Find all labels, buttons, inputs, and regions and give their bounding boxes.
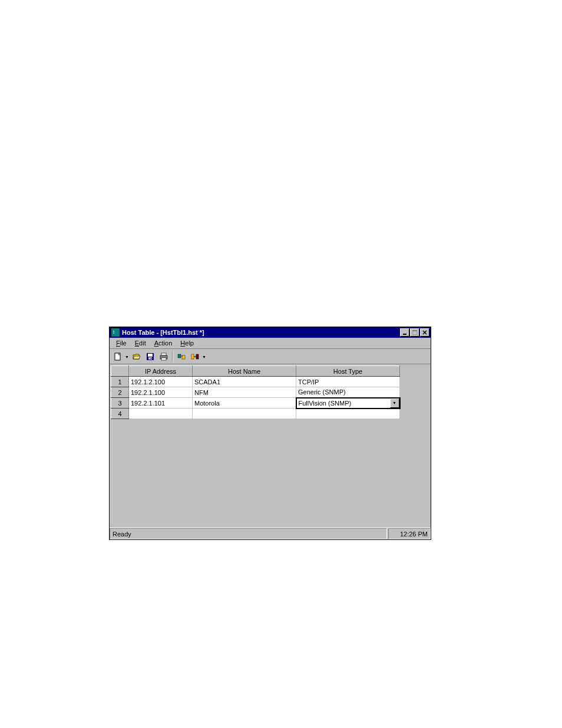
close-button[interactable]	[420, 328, 429, 337]
cell-hosttype[interactable]	[296, 409, 400, 419]
svg-rect-2	[113, 332, 114, 332]
print-icon	[159, 352, 168, 361]
menu-help[interactable]: Help	[176, 338, 198, 348]
close-icon	[422, 330, 427, 335]
svg-rect-13	[151, 358, 151, 359]
window-title: Host Table - [HstTbl1.hst *]	[122, 329, 399, 336]
row-header[interactable]: 4	[111, 409, 129, 419]
cell-hostname[interactable]: NFM	[193, 387, 296, 398]
maximize-icon	[412, 330, 417, 335]
connect-icon	[190, 352, 200, 361]
column-header-ip[interactable]: IP Address	[129, 366, 193, 377]
toolbar-print-button[interactable]	[157, 350, 170, 363]
cell-ip[interactable]	[129, 409, 193, 419]
status-text: Ready	[110, 528, 387, 539]
cell-ip[interactable]: 192.2.1.101	[129, 398, 193, 409]
toolbar-save-button[interactable]	[144, 350, 157, 363]
statusbar: Ready 12:26 PM	[110, 528, 431, 539]
svg-rect-19	[191, 354, 194, 359]
table-row[interactable]: 3 192.2.1.101 Motorola FullVision (SNMP)…	[111, 398, 400, 409]
minimize-icon	[402, 330, 407, 335]
minimize-button[interactable]	[400, 328, 409, 337]
svg-rect-11	[148, 354, 153, 357]
cell-hostname[interactable]: SCADA1	[193, 377, 296, 387]
cell-ip[interactable]: 192.1.2.100	[129, 377, 193, 387]
column-header-hosttype[interactable]: Host Type	[296, 366, 400, 377]
menubar: File Edit Action Help	[110, 338, 431, 349]
table-row[interactable]: 1 192.1.2.100 SCADA1 TCP/IP	[111, 377, 400, 387]
svg-rect-12	[148, 357, 152, 360]
cell-hostname[interactable]: Motorola	[193, 398, 296, 409]
table-row[interactable]: 4	[111, 409, 400, 419]
row-header[interactable]: 3	[111, 398, 129, 409]
table-row[interactable]: 2 192.2.1.100 NFM Generic (SNMP)	[111, 387, 400, 398]
app-icon	[111, 328, 120, 337]
dropdown-value: FullVision (SNMP)	[297, 400, 390, 407]
svg-rect-14	[161, 353, 166, 355]
dropdown-arrow-icon[interactable]: ▼	[125, 354, 130, 359]
transfer-icon	[177, 352, 186, 361]
titlebar[interactable]: Host Table - [HstTbl1.hst *]	[110, 327, 431, 338]
cell-hostname[interactable]	[193, 409, 296, 419]
menu-action[interactable]: Action	[150, 338, 177, 348]
svg-rect-16	[161, 358, 166, 360]
grid-area: IP Address Host Name Host Type 1 192.1.2…	[110, 364, 431, 528]
svg-rect-1	[113, 331, 114, 331]
svg-rect-3	[113, 333, 114, 334]
toolbar-separator	[172, 351, 173, 363]
svg-rect-6	[412, 330, 417, 331]
new-file-icon	[113, 352, 123, 361]
row-header[interactable]: 2	[111, 387, 129, 398]
column-header-hostname[interactable]: Host Name	[193, 366, 296, 377]
svg-rect-4	[403, 334, 406, 335]
cell-ip[interactable]: 192.2.1.100	[129, 387, 193, 398]
save-disk-icon	[146, 352, 155, 361]
cell-hosttype-dropdown[interactable]: FullVision (SNMP) ▼	[296, 398, 400, 409]
host-table-grid[interactable]: IP Address Host Name Host Type 1 192.1.2…	[111, 365, 401, 419]
dropdown-button[interactable]: ▼	[390, 398, 399, 408]
toolbar: ▼ ▼	[110, 349, 431, 364]
toolbar-connect-button[interactable]	[189, 350, 201, 363]
menu-file[interactable]: File	[112, 338, 131, 348]
toolbar-transfer-button[interactable]	[175, 350, 188, 363]
host-table-window: Host Table - [HstTbl1.hst *] File Edit A…	[109, 327, 431, 540]
grid-corner-header[interactable]	[111, 366, 129, 377]
dropdown-arrow-icon[interactable]: ▼	[202, 354, 207, 359]
cell-hosttype[interactable]: Generic (SNMP)	[296, 387, 400, 398]
row-header[interactable]: 1	[111, 377, 129, 387]
chevron-down-icon: ▼	[392, 401, 396, 405]
toolbar-open-button[interactable]	[130, 350, 143, 363]
toolbar-new-button[interactable]	[111, 350, 124, 363]
cell-hosttype[interactable]: TCP/IP	[296, 377, 400, 387]
open-folder-icon	[132, 352, 141, 361]
menu-edit[interactable]: Edit	[131, 338, 150, 348]
svg-rect-20	[196, 354, 199, 359]
maximize-button[interactable]	[410, 328, 419, 337]
status-time: 12:26 PM	[388, 528, 431, 539]
